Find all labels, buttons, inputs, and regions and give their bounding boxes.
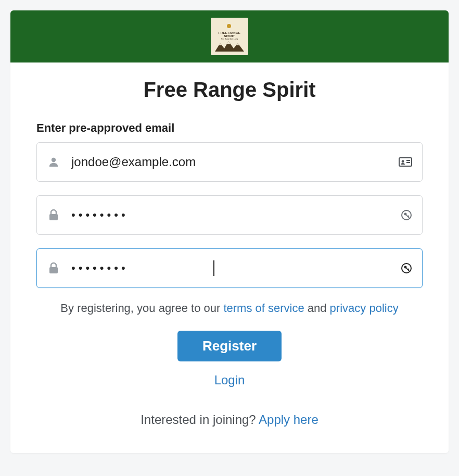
legal-text: By registering, you agree to our terms o…	[36, 302, 423, 315]
user-icon	[46, 156, 61, 168]
svg-marker-1	[219, 43, 222, 45]
key-circle-icon[interactable]	[400, 262, 413, 274]
confirm-password-field[interactable]	[71, 261, 214, 275]
mountain-icon	[215, 40, 244, 52]
legal-prefix: By registering, you agree to our	[60, 302, 223, 315]
apply-row: Interested in joining? Apply here	[36, 412, 423, 427]
page-title: Free Range Spirit	[36, 78, 423, 102]
svg-point-4	[52, 158, 56, 162]
svg-point-6	[402, 160, 404, 163]
privacy-link[interactable]: privacy policy	[330, 302, 399, 315]
password-input-group	[36, 195, 423, 235]
email-field[interactable]	[71, 155, 392, 169]
svg-rect-12	[49, 267, 58, 273]
text-cursor	[213, 260, 214, 276]
logo-text: FREE RANGE SPIRIT	[213, 31, 246, 37]
password-field[interactable]	[71, 208, 394, 222]
svg-marker-2	[226, 41, 231, 44]
lock-icon	[46, 209, 61, 221]
register-button[interactable]: Register	[177, 331, 282, 361]
apply-link[interactable]: Apply here	[259, 412, 318, 427]
legal-middle: and	[304, 302, 330, 315]
header-bar: FREE RANGE SPIRIT Free Range Spirit Livi…	[10, 10, 449, 62]
svg-rect-9	[49, 214, 58, 220]
brand-logo: FREE RANGE SPIRIT Free Range Spirit Livi…	[211, 18, 248, 55]
email-label: Enter pre-approved email	[36, 121, 423, 135]
tos-link[interactable]: terms of service	[223, 302, 304, 315]
form-content: Free Range Spirit Enter pre-approved ema…	[10, 62, 449, 453]
email-input-group	[36, 142, 423, 182]
svg-marker-3	[236, 43, 239, 45]
lock-icon	[46, 262, 61, 274]
logo-sky-icon	[213, 21, 246, 31]
register-card: FREE RANGE SPIRIT Free Range Spirit Livi…	[10, 10, 449, 453]
svg-point-14	[404, 266, 407, 269]
confirm-password-input-group	[36, 248, 423, 288]
apply-prefix: Interested in joining?	[141, 412, 259, 427]
id-card-icon[interactable]	[398, 156, 413, 168]
svg-point-11	[404, 213, 407, 216]
login-link[interactable]: Login	[214, 373, 245, 387]
key-circle-icon[interactable]	[400, 209, 413, 221]
